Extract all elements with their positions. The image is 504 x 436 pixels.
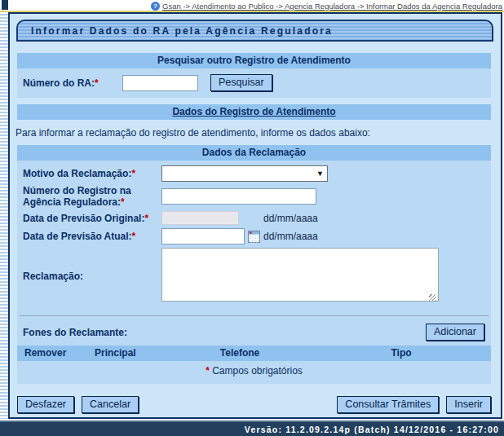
complaint-section: Dados da Reclamação Motivo da Reclamação… [17,145,491,384]
phones-table-header: Remover Principal Telefone Tipo [17,346,491,361]
data-original-row: Data de Previsão Original:* dd/mm/aaaa [17,209,491,227]
dados-ra-link[interactable]: Dados do Registro de Atendimento [172,106,335,117]
motivo-label: Motivo da Reclamação:* [23,168,161,179]
breadcrumb[interactable]: Gsan -> Atendimento ao Publico -> Agenci… [162,2,502,11]
action-buttons-row: Desfazer Cancelar Consultar Trâmites Ins… [17,396,491,413]
help-icon[interactable]: ? [151,2,160,11]
required-asterisk: * [131,168,135,179]
calendar-icon[interactable] [248,231,260,243]
inserir-button[interactable]: Inserir [446,396,491,413]
reclamacao-textarea[interactable] [161,248,439,302]
divider [20,315,489,316]
column-header-telefone: Telefone [168,347,312,359]
dados-ra-header: Dados do Registro de Atendimento [17,104,491,120]
breadcrumb-bar: ? Gsan -> Atendimento ao Publico -> Agen… [0,0,504,12]
motivo-row: Motivo da Reclamação:* ▼ [17,164,491,183]
fones-row: Fones do Reclamante: Adicionar [17,322,491,346]
numero-registro-input[interactable] [161,188,316,205]
numero-registro-row: Número do Registro na Agência Reguladora… [17,183,491,209]
numero-ra-input[interactable] [122,75,198,91]
required-asterisk: * [206,365,210,377]
required-fields-note: * Campos obrigatórios [17,361,491,384]
date-format-hint: dd/mm/aaaa [263,231,318,242]
dropdown-arrow-icon: ▼ [316,170,324,178]
reclamacao-label: Reclamação: [23,271,161,282]
column-header-tipo: Tipo [312,347,491,359]
required-asterisk: * [121,196,125,208]
required-asterisk: * [95,77,99,89]
motivo-select[interactable]: ▼ [161,165,328,182]
fones-label: Fones do Reclamante: [23,327,127,338]
numero-ra-label: Número do RA:* [23,77,122,89]
required-asterisk: * [144,213,148,224]
gsan-window: ? Gsan -> Atendimento ao Publico -> Agen… [0,0,504,436]
left-stripe-decoration [0,12,8,419]
required-asterisk: * [132,231,136,242]
data-original-label: Data de Previsão Original:* [23,213,161,224]
consultar-tramites-button[interactable]: Consultar Trâmites [337,396,439,413]
version-footer: Versão: 11.2.09.2.14p (Batch) 14/12/2016… [0,421,504,436]
data-atual-row: Data de Previsão Atual:* [17,227,491,246]
page-title: Informar Dados do RA pela Agência Regula… [16,20,493,42]
numero-registro-label: Número do Registro na Agência Reguladora… [23,185,161,208]
column-header-remover: Remover [17,347,86,359]
search-section-title: Pesquisar outro Registro de Atendimento [17,53,491,68]
pesquisar-button[interactable]: Pesquisar [210,74,272,91]
data-previsao-atual-input[interactable] [161,228,245,244]
main-frame: Informar Dados do RA pela Agência Regula… [0,12,504,419]
search-section: Pesquisar outro Registro de Atendimento … [17,53,491,98]
main-panel: Informar Dados do RA pela Agência Regula… [8,12,502,419]
reclamacao-row: Reclamação: [17,246,491,306]
instruction-text: Para informar a reclamação do registro d… [15,127,496,139]
desfazer-button[interactable]: Desfazer [17,396,74,413]
adicionar-button[interactable]: Adicionar [426,324,484,341]
cancelar-button[interactable]: Cancelar [82,396,139,413]
column-header-principal: Principal [86,347,168,359]
data-previsao-original-input [161,211,239,225]
data-atual-label: Data de Previsão Atual:* [23,231,161,242]
date-format-hint: dd/mm/aaaa [263,213,318,224]
complaint-section-title: Dados da Reclamação [17,145,491,161]
